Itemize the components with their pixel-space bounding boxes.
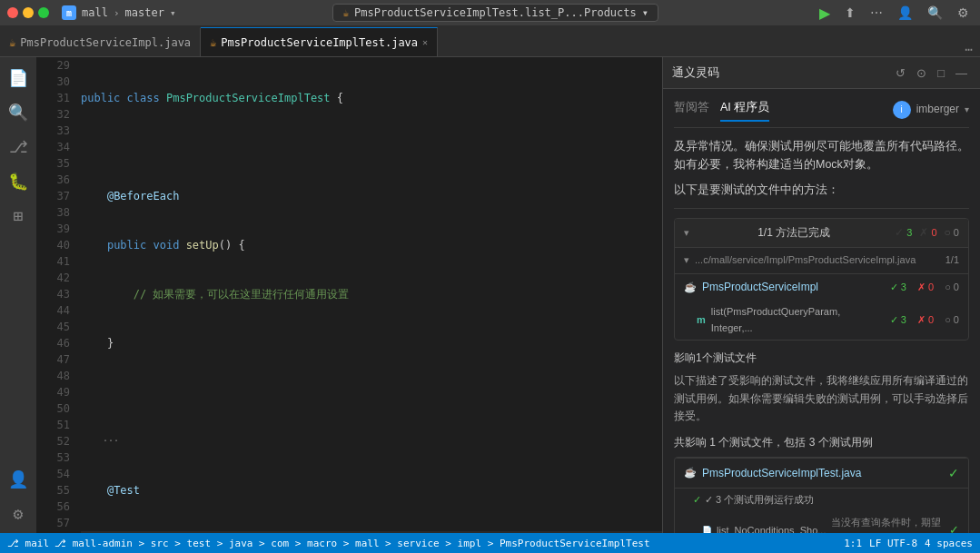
- maximize-window-btn[interactable]: [38, 7, 49, 18]
- stat-red-count: 0: [931, 225, 936, 242]
- status-right: 1:1 LF UTF-8 4 spaces: [844, 538, 973, 549]
- ai-user-dropdown-icon[interactable]: ▾: [965, 103, 969, 117]
- tab-more-button[interactable]: ⋯: [958, 42, 980, 56]
- title-bar-center: ☕ PmsProductServiceImplTest.list_P...Pro…: [176, 4, 816, 22]
- ln-29: 29: [40, 57, 70, 74]
- close-window-btn[interactable]: [7, 7, 18, 18]
- ai-test-file-item[interactable]: ☕ PmsProductServiceImplTest.java ✓: [675, 458, 968, 488]
- test1-desc: 当没有查询条件时，期望返回...: [831, 515, 944, 533]
- ai-user-section: i imberger ▾: [893, 98, 969, 122]
- status-indent[interactable]: 4 spaces: [925, 538, 973, 549]
- branch-separator-icon: ›: [114, 7, 120, 19]
- method-name: list(PmsProductQueryParam, Integer,...: [711, 304, 885, 336]
- ai-test-file-section: ☕ PmsProductServiceImplTest.java ✓ ✓ ✓ 3…: [674, 457, 969, 533]
- share-button[interactable]: ⬆: [841, 4, 859, 22]
- ai-toolbar-btn1[interactable]: ↺: [892, 64, 909, 82]
- ai-service-impl-item[interactable]: ☕ PmsProductServiceImpl ✓ 3 ✗ 0 ○ 0: [675, 273, 968, 301]
- code-editor[interactable]: 29 30 31 32 33 34 35 36 37 38 39 40 41 4…: [36, 57, 662, 533]
- tab2-label: PmsProductServiceImplTest.java: [221, 36, 418, 49]
- tab-pmsproductserviceimpl[interactable]: ☕ PmsProductServiceImpl.java: [0, 27, 201, 56]
- stat-green-count: 3: [906, 225, 912, 242]
- tab1-label: PmsProductServiceImpl.java: [20, 36, 191, 49]
- ln-46: 46: [40, 335, 70, 351]
- ai-body-text2: 以下是要测试的文件中的方法：: [674, 181, 969, 199]
- activity-bottom2[interactable]: ⚙: [2, 497, 35, 529]
- activity-bottom1[interactable]: 👤: [2, 462, 35, 495]
- ln-48: 48: [40, 368, 70, 384]
- test-group-header[interactable]: ✓ ✓ 3 个测试用例运行成功: [675, 488, 968, 512]
- minimize-window-btn[interactable]: [23, 7, 34, 18]
- activity-debug[interactable]: 🐛: [2, 164, 35, 197]
- ln-56: 56: [40, 499, 70, 515]
- ai-method-item[interactable]: m list(PmsProductQueryParam, Integer,...…: [675, 301, 968, 340]
- activity-bar: 📄 🔍 ⎇ 🐛 ⊞ 👤 ⚙: [0, 57, 36, 533]
- activity-explorer[interactable]: 📄: [2, 61, 35, 94]
- global-search-button[interactable]: 🔍: [924, 4, 946, 22]
- status-position[interactable]: 1:1: [844, 538, 862, 549]
- ai-tab-programmer[interactable]: AI 程序员: [720, 98, 769, 122]
- ai-progress-section: ▾ 1/1 方法已完成 ✓ 3 ✗ 0 ○ 0: [674, 218, 969, 341]
- stat-green: ✓ 3: [895, 224, 912, 242]
- activity-extensions[interactable]: ⊞: [2, 199, 35, 232]
- code-line-33: // 如果需要，可以在这里进行任何通用设置: [81, 286, 662, 302]
- ai-toolbar-btn4[interactable]: —: [952, 64, 971, 82]
- method-stat-green: ✓ 3: [890, 312, 906, 329]
- activity-search[interactable]: 🔍: [2, 95, 35, 128]
- test1-status-icon: ✓: [949, 521, 959, 533]
- test-file-check-icon[interactable]: ✓: [948, 463, 959, 483]
- test-item-1[interactable]: 📄 list_NoConditions_Sho... 当没有查询条件时，期望返回…: [675, 512, 968, 533]
- app-name: mall: [82, 6, 108, 19]
- code-line-31: @BeforeEach: [81, 188, 662, 204]
- ai-progress-header[interactable]: ▾ 1/1 方法已完成 ✓ 3 ✗ 0 ○ 0: [675, 219, 968, 247]
- code-line-36: ···: [81, 433, 662, 449]
- tab-pmsproductserviceimpltest[interactable]: ☕ PmsProductServiceImplTest.java ✕: [201, 27, 438, 56]
- ai-panel-title: 通义灵码: [672, 64, 719, 81]
- ai-toolbar-btn2[interactable]: ⊙: [913, 64, 930, 82]
- ln-47: 47: [40, 351, 70, 368]
- svc-stat-red: ✗ 0: [917, 280, 934, 296]
- file-path-chevron-icon: ▾: [684, 252, 689, 269]
- ln-52: 52: [40, 433, 70, 449]
- title-file-tab[interactable]: ☕ PmsProductServiceImplTest.list_P...Pro…: [332, 4, 658, 22]
- file-path-text: ...c/mall/service/Impl/PmsProductService…: [695, 252, 940, 269]
- ln-51: 51: [40, 417, 70, 433]
- ln-54: 54: [40, 466, 70, 482]
- code-line-35: [81, 384, 662, 400]
- ln-50: 50: [40, 400, 70, 417]
- ai-tab-qanda[interactable]: 暂阅答: [674, 98, 709, 122]
- ai-progress-title: 1/1 方法已完成: [757, 224, 830, 242]
- ln-43: 43: [40, 286, 70, 302]
- ln-38: 38: [40, 204, 70, 221]
- more-button[interactable]: ⋯: [866, 4, 886, 22]
- code-line-32: public void setUp() {: [81, 237, 662, 253]
- activity-git[interactable]: ⎇: [2, 130, 35, 163]
- code-line-37: @Test: [81, 482, 662, 499]
- status-encoding[interactable]: LF UTF-8: [869, 538, 917, 549]
- status-branch[interactable]: ⎇ mail: [7, 538, 49, 549]
- ln-58: 58: [40, 531, 70, 533]
- file-path-row[interactable]: ▾ ...c/mall/service/Impl/PmsProductServi…: [675, 247, 968, 273]
- service-impl-name: PmsProductServiceImpl: [702, 279, 885, 296]
- branch-name[interactable]: master: [125, 6, 164, 19]
- tab2-close-icon[interactable]: ✕: [422, 37, 428, 47]
- ai-toolbar-btn3[interactable]: □: [934, 64, 948, 82]
- svc-stat-green: ✓ 3: [890, 280, 906, 296]
- stat-grey: ○ 0: [945, 224, 959, 242]
- ai-toolbar: ↺ ⊙ □ —: [892, 64, 971, 82]
- editor-area: 29 30 31 32 33 34 35 36 37 38 39 40 41 4…: [36, 57, 662, 533]
- svc-stat-grey: ○ 0: [945, 280, 959, 296]
- method-stat-grey: ○ 0: [945, 312, 959, 329]
- title-file-name: PmsProductServiceImplTest.list_P...Produ…: [354, 6, 637, 19]
- service-impl-stats: ✓ 3 ✗ 0 ○ 0: [890, 280, 959, 296]
- traffic-lights: [7, 7, 49, 18]
- title-bar-left: m mall › master ▾: [7, 5, 176, 20]
- settings-button[interactable]: ⚙: [954, 4, 973, 22]
- progress-chevron-icon: ▾: [684, 225, 689, 242]
- user-button[interactable]: 👤: [894, 4, 916, 22]
- ai-username: imberger: [916, 101, 959, 118]
- test1-file-icon: 📄: [702, 524, 711, 533]
- code-lines[interactable]: public class PmsProductServiceImplTest {…: [77, 57, 662, 533]
- run-button[interactable]: ▶: [816, 3, 834, 24]
- ln-41: 41: [40, 253, 70, 270]
- tab-bar: ☕ PmsProductServiceImpl.java ☕ PmsProduc…: [0, 25, 980, 57]
